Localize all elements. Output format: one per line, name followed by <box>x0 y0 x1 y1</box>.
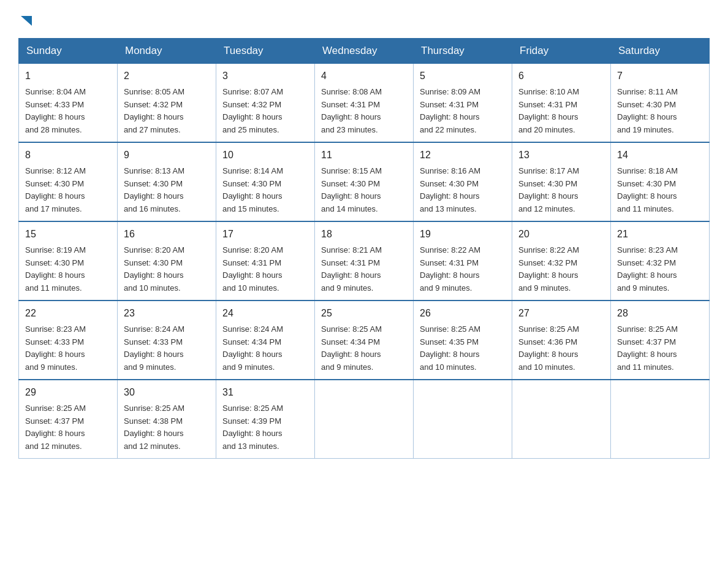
day-info: Sunrise: 8:25 AMSunset: 4:36 PMDaylight:… <box>518 323 604 374</box>
calendar-week-row: 29 Sunrise: 8:25 AMSunset: 4:37 PMDaylig… <box>19 380 710 458</box>
day-info: Sunrise: 8:17 AMSunset: 4:30 PMDaylight:… <box>518 165 604 216</box>
calendar-day-cell: 16 Sunrise: 8:20 AMSunset: 4:30 PMDaylig… <box>118 221 216 301</box>
calendar-day-cell: 25 Sunrise: 8:25 AMSunset: 4:34 PMDaylig… <box>315 301 414 380</box>
day-number: 29 <box>25 385 111 400</box>
day-info: Sunrise: 8:16 AMSunset: 4:30 PMDaylight:… <box>420 165 506 216</box>
day-number: 26 <box>420 306 506 321</box>
calendar-day-cell: 1 Sunrise: 8:04 AMSunset: 4:33 PMDayligh… <box>19 64 118 142</box>
day-info: Sunrise: 8:18 AMSunset: 4:30 PMDaylight:… <box>617 165 703 216</box>
weekday-header-row: SundayMondayTuesdayWednesdayThursdayFrid… <box>19 39 710 64</box>
calendar-day-cell: 17 Sunrise: 8:20 AMSunset: 4:31 PMDaylig… <box>216 221 315 301</box>
weekday-header-wednesday: Wednesday <box>315 39 414 64</box>
weekday-header-thursday: Thursday <box>414 39 512 64</box>
day-info: Sunrise: 8:24 AMSunset: 4:33 PMDaylight:… <box>124 323 210 374</box>
day-number: 10 <box>222 148 308 163</box>
day-info: Sunrise: 8:25 AMSunset: 4:39 PMDaylight:… <box>222 402 308 453</box>
day-info: Sunrise: 8:25 AMSunset: 4:34 PMDaylight:… <box>321 323 407 374</box>
day-number: 9 <box>124 148 210 163</box>
page-header <box>18 12 710 27</box>
day-number: 11 <box>321 148 407 163</box>
day-number: 28 <box>617 306 703 321</box>
calendar-day-cell: 28 Sunrise: 8:25 AMSunset: 4:37 PMDaylig… <box>611 301 710 380</box>
day-number: 20 <box>518 227 604 242</box>
weekday-header-friday: Friday <box>512 39 611 64</box>
day-info: Sunrise: 8:25 AMSunset: 4:37 PMDaylight:… <box>617 323 703 374</box>
calendar-day-cell <box>315 380 414 458</box>
calendar-week-row: 22 Sunrise: 8:23 AMSunset: 4:33 PMDaylig… <box>19 301 710 380</box>
calendar-day-cell: 7 Sunrise: 8:11 AMSunset: 4:30 PMDayligh… <box>611 64 710 142</box>
calendar-day-cell <box>611 380 710 458</box>
calendar-day-cell: 22 Sunrise: 8:23 AMSunset: 4:33 PMDaylig… <box>19 301 118 380</box>
day-number: 16 <box>124 227 210 242</box>
day-info: Sunrise: 8:25 AMSunset: 4:38 PMDaylight:… <box>124 402 210 453</box>
calendar-week-row: 1 Sunrise: 8:04 AMSunset: 4:33 PMDayligh… <box>19 64 710 142</box>
day-number: 23 <box>124 306 210 321</box>
day-info: Sunrise: 8:08 AMSunset: 4:31 PMDaylight:… <box>321 86 407 137</box>
day-number: 31 <box>222 385 308 400</box>
calendar-day-cell: 8 Sunrise: 8:12 AMSunset: 4:30 PMDayligh… <box>19 142 118 221</box>
day-number: 6 <box>518 69 604 84</box>
weekday-header-monday: Monday <box>118 39 216 64</box>
day-number: 22 <box>25 306 111 321</box>
logo-triangle-icon <box>20 13 33 27</box>
day-info: Sunrise: 8:20 AMSunset: 4:31 PMDaylight:… <box>222 244 308 295</box>
day-info: Sunrise: 8:04 AMSunset: 4:33 PMDaylight:… <box>25 86 111 137</box>
day-number: 27 <box>518 306 604 321</box>
day-info: Sunrise: 8:07 AMSunset: 4:32 PMDaylight:… <box>222 86 308 137</box>
calendar-day-cell: 2 Sunrise: 8:05 AMSunset: 4:32 PMDayligh… <box>118 64 216 142</box>
day-info: Sunrise: 8:21 AMSunset: 4:31 PMDaylight:… <box>321 244 407 295</box>
calendar-day-cell: 27 Sunrise: 8:25 AMSunset: 4:36 PMDaylig… <box>512 301 611 380</box>
logo <box>18 12 33 27</box>
day-info: Sunrise: 8:11 AMSunset: 4:30 PMDaylight:… <box>617 86 703 137</box>
calendar-week-row: 15 Sunrise: 8:19 AMSunset: 4:30 PMDaylig… <box>19 221 710 301</box>
day-info: Sunrise: 8:25 AMSunset: 4:35 PMDaylight:… <box>420 323 506 374</box>
day-number: 14 <box>617 148 703 163</box>
day-number: 21 <box>617 227 703 242</box>
calendar-day-cell: 24 Sunrise: 8:24 AMSunset: 4:34 PMDaylig… <box>216 301 315 380</box>
day-number: 12 <box>420 148 506 163</box>
calendar-day-cell: 23 Sunrise: 8:24 AMSunset: 4:33 PMDaylig… <box>118 301 216 380</box>
day-number: 3 <box>222 69 308 84</box>
day-info: Sunrise: 8:12 AMSunset: 4:30 PMDaylight:… <box>25 165 111 216</box>
calendar-day-cell: 29 Sunrise: 8:25 AMSunset: 4:37 PMDaylig… <box>19 380 118 458</box>
calendar-day-cell: 9 Sunrise: 8:13 AMSunset: 4:30 PMDayligh… <box>118 142 216 221</box>
day-number: 15 <box>25 227 111 242</box>
calendar-day-cell: 4 Sunrise: 8:08 AMSunset: 4:31 PMDayligh… <box>315 64 414 142</box>
day-info: Sunrise: 8:05 AMSunset: 4:32 PMDaylight:… <box>124 86 210 137</box>
day-number: 5 <box>420 69 506 84</box>
calendar-day-cell <box>512 380 611 458</box>
day-info: Sunrise: 8:23 AMSunset: 4:33 PMDaylight:… <box>25 323 111 374</box>
day-number: 1 <box>25 69 111 84</box>
calendar-week-row: 8 Sunrise: 8:12 AMSunset: 4:30 PMDayligh… <box>19 142 710 221</box>
day-number: 17 <box>222 227 308 242</box>
calendar-day-cell: 18 Sunrise: 8:21 AMSunset: 4:31 PMDaylig… <box>315 221 414 301</box>
weekday-header-saturday: Saturday <box>611 39 710 64</box>
day-info: Sunrise: 8:22 AMSunset: 4:31 PMDaylight:… <box>420 244 506 295</box>
day-info: Sunrise: 8:15 AMSunset: 4:30 PMDaylight:… <box>321 165 407 216</box>
calendar-day-cell: 3 Sunrise: 8:07 AMSunset: 4:32 PMDayligh… <box>216 64 315 142</box>
calendar-day-cell <box>414 380 512 458</box>
calendar-day-cell: 21 Sunrise: 8:23 AMSunset: 4:32 PMDaylig… <box>611 221 710 301</box>
weekday-header-sunday: Sunday <box>19 39 118 64</box>
calendar-day-cell: 20 Sunrise: 8:22 AMSunset: 4:32 PMDaylig… <box>512 221 611 301</box>
day-info: Sunrise: 8:25 AMSunset: 4:37 PMDaylight:… <box>25 402 111 453</box>
svg-marker-0 <box>21 16 32 26</box>
day-number: 8 <box>25 148 111 163</box>
day-number: 13 <box>518 148 604 163</box>
calendar-day-cell: 12 Sunrise: 8:16 AMSunset: 4:30 PMDaylig… <box>414 142 512 221</box>
day-info: Sunrise: 8:20 AMSunset: 4:30 PMDaylight:… <box>124 244 210 295</box>
day-number: 7 <box>617 69 703 84</box>
day-number: 24 <box>222 306 308 321</box>
day-info: Sunrise: 8:13 AMSunset: 4:30 PMDaylight:… <box>124 165 210 216</box>
calendar-day-cell: 13 Sunrise: 8:17 AMSunset: 4:30 PMDaylig… <box>512 142 611 221</box>
calendar-table: SundayMondayTuesdayWednesdayThursdayFrid… <box>18 38 710 459</box>
calendar-day-cell: 19 Sunrise: 8:22 AMSunset: 4:31 PMDaylig… <box>414 221 512 301</box>
day-info: Sunrise: 8:19 AMSunset: 4:30 PMDaylight:… <box>25 244 111 295</box>
day-number: 30 <box>124 385 210 400</box>
calendar-day-cell: 5 Sunrise: 8:09 AMSunset: 4:31 PMDayligh… <box>414 64 512 142</box>
calendar-day-cell: 10 Sunrise: 8:14 AMSunset: 4:30 PMDaylig… <box>216 142 315 221</box>
calendar-day-cell: 6 Sunrise: 8:10 AMSunset: 4:31 PMDayligh… <box>512 64 611 142</box>
day-info: Sunrise: 8:23 AMSunset: 4:32 PMDaylight:… <box>617 244 703 295</box>
day-number: 19 <box>420 227 506 242</box>
day-number: 18 <box>321 227 407 242</box>
